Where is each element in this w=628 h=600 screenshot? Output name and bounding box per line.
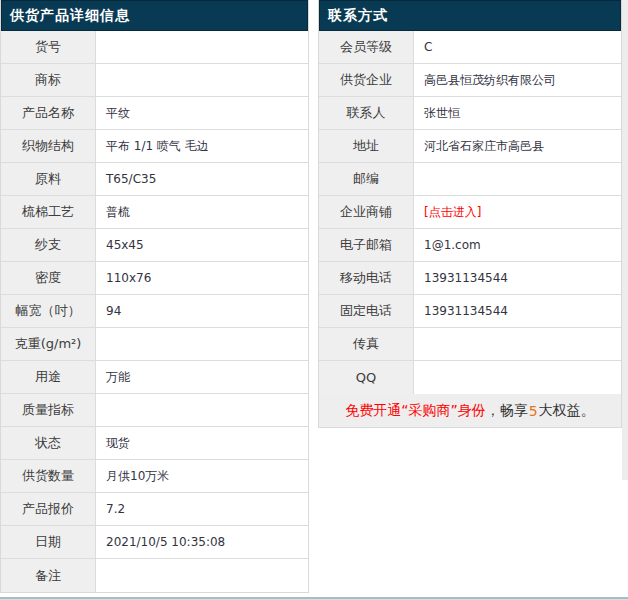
row-value xyxy=(414,163,621,195)
row-value: 45x45 xyxy=(96,229,308,261)
row-value: C xyxy=(414,31,621,63)
row-value: 110x76 xyxy=(96,262,308,294)
row-label: 会员等级 xyxy=(319,31,414,63)
promo-text-tail: 大权益。 xyxy=(539,402,595,420)
row-value: 7.2 xyxy=(96,493,308,525)
row-value xyxy=(96,31,308,63)
row-value: 现货 xyxy=(96,427,308,459)
table-row: 纱支45x45 xyxy=(1,229,308,262)
row-label: 幅宽（吋） xyxy=(1,295,96,327)
row-label: 梳棉工艺 xyxy=(1,196,96,228)
table-row: 固定电话13931134544 xyxy=(319,295,621,328)
promo-buyer-signup-link[interactable]: 免费开通“采购商”身份 xyxy=(345,402,486,420)
table-row: 产品报价7.2 xyxy=(1,493,308,526)
row-label: 地址 xyxy=(319,130,414,162)
row-label: 用途 xyxy=(1,361,96,393)
row-value: 2021/10/5 10:35:08 xyxy=(96,526,308,558)
row-label: 联系人 xyxy=(319,97,414,129)
table-row: 备注 xyxy=(1,559,308,592)
table-row: 供货数量月供10万米 xyxy=(1,460,308,493)
product-detail-rows: 货号商标产品名称平纹织物结构平布 1/1 喷气 毛边原料T65/C35梳棉工艺普… xyxy=(1,31,308,592)
row-label: 电子邮箱 xyxy=(319,229,414,261)
promo-benefit-count: 5 xyxy=(528,403,539,419)
row-label: 状态 xyxy=(1,427,96,459)
table-row: 克重(g/m²) xyxy=(1,328,308,361)
table-row: 织物结构平布 1/1 喷气 毛边 xyxy=(1,130,308,163)
row-value: 万能 xyxy=(96,361,308,393)
row-value xyxy=(414,361,621,394)
promo-row: 免费开通“采购商”身份，畅享5大权益。 xyxy=(319,394,621,427)
table-row: QQ xyxy=(319,361,621,394)
row-value: 普梳 xyxy=(96,196,308,228)
table-row: 传真 xyxy=(319,328,621,361)
row-label: 纱支 xyxy=(1,229,96,261)
table-row: 地址河北省石家庄市高邑县 xyxy=(319,130,621,163)
row-value xyxy=(96,559,308,592)
table-row: 邮编 xyxy=(319,163,621,196)
table-row: 日期2021/10/5 10:35:08 xyxy=(1,526,308,559)
page-edge-strip xyxy=(622,0,628,480)
table-row: 幅宽（吋）94 xyxy=(1,295,308,328)
row-label: 产品名称 xyxy=(1,97,96,129)
row-label: 供货企业 xyxy=(319,64,414,96)
page: 供货产品详细信息 货号商标产品名称平纹织物结构平布 1/1 喷气 毛边原料T65… xyxy=(0,0,628,600)
row-label: 供货数量 xyxy=(1,460,96,492)
row-label: 密度 xyxy=(1,262,96,294)
table-row: 商标 xyxy=(1,64,308,97)
table-row: 电子邮箱1@1.com xyxy=(319,229,621,262)
row-label: 移动电话 xyxy=(319,262,414,294)
contact-rows: 会员等级C供货企业高邑县恒茂纺织有限公司联系人张世恒地址河北省石家庄市高邑县邮编… xyxy=(319,31,621,394)
row-value: 1@1.com xyxy=(414,229,621,261)
row-value xyxy=(414,328,621,360)
table-row: 产品名称平纹 xyxy=(1,97,308,130)
row-label: 织物结构 xyxy=(1,130,96,162)
shop-enter-link[interactable]: [点击进入] xyxy=(414,196,621,228)
table-row: 供货企业高邑县恒茂纺织有限公司 xyxy=(319,64,621,97)
row-value: 河北省石家庄市高邑县 xyxy=(414,130,621,162)
table-row: 质量指标 xyxy=(1,394,308,427)
table-row: 企业商铺[点击进入] xyxy=(319,196,621,229)
row-value: 月供10万米 xyxy=(96,460,308,492)
table-row: 原料T65/C35 xyxy=(1,163,308,196)
table-row: 移动电话13931134544 xyxy=(319,262,621,295)
row-value: 13931134544 xyxy=(414,295,621,327)
row-label: 商标 xyxy=(1,64,96,96)
table-row: 密度110x76 xyxy=(1,262,308,295)
row-label: 邮编 xyxy=(319,163,414,195)
row-label: 克重(g/m²) xyxy=(1,328,96,360)
row-label: QQ xyxy=(319,361,414,394)
table-row: 状态现货 xyxy=(1,427,308,460)
row-value: 94 xyxy=(96,295,308,327)
table-row: 用途万能 xyxy=(1,361,308,394)
row-value: 张世恒 xyxy=(414,97,621,129)
row-value: 13931134544 xyxy=(414,262,621,294)
row-label: 企业商铺 xyxy=(319,196,414,228)
row-label: 产品报价 xyxy=(1,493,96,525)
product-detail-panel: 供货产品详细信息 货号商标产品名称平纹织物结构平布 1/1 喷气 毛边原料T65… xyxy=(0,0,309,593)
table-row: 会员等级C xyxy=(319,31,621,64)
row-label: 固定电话 xyxy=(319,295,414,327)
row-label: 原料 xyxy=(1,163,96,195)
table-row: 联系人张世恒 xyxy=(319,97,621,130)
row-value: T65/C35 xyxy=(96,163,308,195)
promo-text-mid: ，畅享 xyxy=(486,402,528,420)
row-label: 日期 xyxy=(1,526,96,558)
row-value xyxy=(96,394,308,426)
table-row: 梳棉工艺普梳 xyxy=(1,196,308,229)
contact-title: 联系方式 xyxy=(319,0,621,31)
row-value: 平纹 xyxy=(96,97,308,129)
product-detail-title: 供货产品详细信息 xyxy=(1,0,308,31)
row-value xyxy=(96,64,308,96)
row-label: 质量指标 xyxy=(1,394,96,426)
contact-panel: 联系方式 会员等级C供货企业高邑县恒茂纺织有限公司联系人张世恒地址河北省石家庄市… xyxy=(318,0,622,428)
row-value xyxy=(96,328,308,360)
table-row: 货号 xyxy=(1,31,308,64)
row-value: 平布 1/1 喷气 毛边 xyxy=(96,130,308,162)
row-label: 货号 xyxy=(1,31,96,63)
row-value: 高邑县恒茂纺织有限公司 xyxy=(414,64,621,96)
row-label: 备注 xyxy=(1,559,96,592)
row-label: 传真 xyxy=(319,328,414,360)
